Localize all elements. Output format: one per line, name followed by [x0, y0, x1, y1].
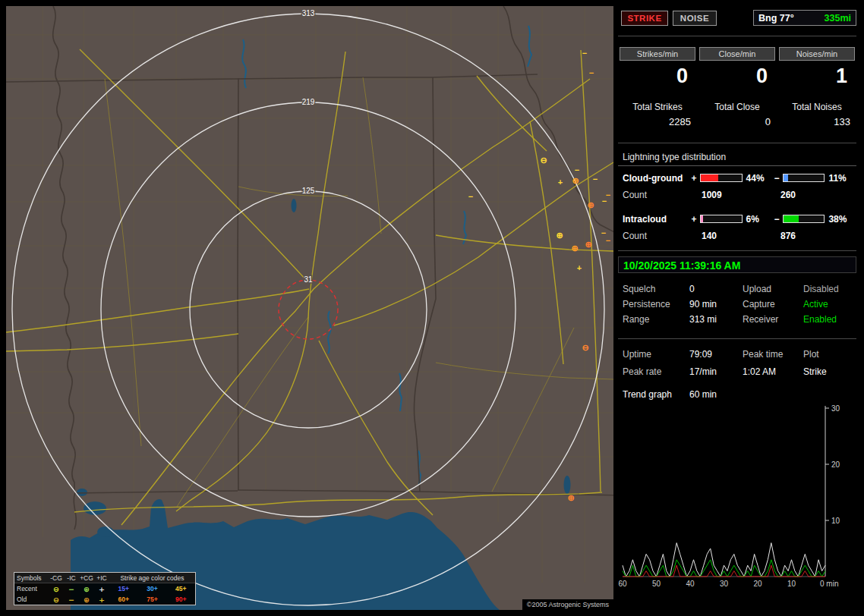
cloud-ground-count-row: Count 1009 260	[623, 190, 796, 200]
peak-time-label: Peak time	[743, 349, 803, 360]
strike-symbol: −	[468, 192, 473, 201]
trend-y-tick-label: 20	[831, 460, 840, 469]
upload-value: Disabled	[803, 284, 855, 294]
trend-window-value: 60 min	[689, 389, 855, 400]
intracloud-count-row: Count 140 876	[623, 231, 796, 241]
divider	[618, 250, 856, 251]
range-value: 313 mi	[689, 314, 743, 325]
strike-symbol: ⊖	[582, 343, 588, 352]
cg-neg-bar	[783, 174, 825, 182]
strike-symbol: ⊕	[567, 493, 574, 502]
legend-row: Old⊖−⊕+60+75+90+	[14, 594, 195, 605]
trend-y-tick-label: 10	[831, 517, 840, 525]
trend-x-tick-label: 20	[753, 580, 762, 588]
capture-label: Capture	[743, 299, 803, 310]
trend-x-tick-label: 10	[787, 580, 796, 588]
receiver-value: Enabled	[803, 314, 855, 325]
cg-neg-pct: 11%	[826, 173, 855, 184]
ring-label-313: 313	[302, 9, 315, 17]
persistence-label: Persistence	[623, 299, 689, 310]
legend-age-group-label: Recent	[14, 585, 49, 592]
close-per-min-label: Close/min	[699, 47, 775, 61]
strike-button[interactable]: STRIKE	[621, 11, 668, 26]
strike-symbol: +	[577, 263, 582, 272]
squelch-label: Squelch	[623, 284, 689, 294]
trend-x-tick-label: 50	[652, 580, 661, 588]
divider	[618, 143, 856, 143]
plot-value: Strike	[803, 366, 855, 377]
legend-col-pos-cg: +CG	[79, 574, 94, 582]
strike-symbol: +	[558, 178, 563, 187]
trend-graph-header: Trend graph 60 min	[623, 389, 855, 400]
ring-label-125: 125	[302, 187, 315, 195]
ic-neg-count: 876	[780, 231, 796, 241]
legend-strike-symbol: ⊕	[79, 596, 94, 604]
noises-column: Noises/min 1 Total Noises 133	[779, 47, 855, 127]
legend-age-code: 60+	[118, 596, 129, 603]
plus-sign: +	[689, 173, 698, 184]
strike-symbol: ⊕	[556, 231, 563, 240]
strike-symbol: −	[582, 49, 587, 58]
strike-symbol: −	[593, 174, 598, 184]
minus-sign: −	[772, 214, 781, 225]
map-legend: Symbols -CG -IC +CG +IC Strike age color…	[14, 572, 196, 605]
strike-symbol: ⊕	[571, 244, 578, 253]
stats-row: Uptime 79:09 Peak time Plot	[623, 349, 855, 360]
status-row: Range 313 mi Receiver Enabled	[623, 314, 855, 325]
strikes-column: Strikes/min 0 Total Strikes 2285	[620, 47, 695, 127]
legend-strike-symbol: −	[64, 596, 79, 604]
intracloud-label: Intracloud	[623, 214, 689, 225]
trend-x-tick-label: 60	[618, 580, 627, 588]
noise-button[interactable]: NOISE	[673, 11, 717, 26]
trend-x-tick-label: 40	[686, 580, 695, 588]
total-noises-label: Total Noises	[779, 102, 855, 112]
receiver-label: Receiver	[743, 314, 803, 325]
minus-sign: −	[772, 173, 781, 184]
divider	[618, 36, 856, 36]
cloud-ground-label: Cloud-ground	[623, 173, 689, 184]
legend-col-pos-ic: +IC	[94, 574, 109, 582]
ic-neg-bar	[783, 215, 825, 223]
legend-strike-symbol: +	[94, 596, 109, 604]
section-underline	[618, 165, 856, 166]
plot-label: Plot	[803, 349, 855, 360]
strike-symbol: ⊕	[585, 240, 591, 249]
trend-graph: 3020106050403020100 min	[616, 401, 858, 595]
legend-age-code: 15+	[118, 585, 129, 592]
legend-symbols-title: Symbols	[14, 574, 49, 582]
rate-counters: Strikes/min 0 Total Strikes 2285 Close/m…	[616, 47, 858, 127]
ic-neg-bar-fill	[784, 215, 799, 222]
legend-age-group-label: Old	[14, 596, 49, 603]
uptime-label: Uptime	[623, 349, 689, 360]
close-column: Close/min 0 Total Close 0	[699, 47, 775, 127]
strike-symbol: ⊕	[587, 200, 594, 209]
noises-per-min-label: Noises/min	[779, 47, 855, 61]
trend-graph-label: Trend graph	[623, 389, 689, 400]
strike-symbol: −	[589, 68, 594, 77]
ic-neg-pct: 38%	[826, 214, 855, 225]
bearing-display: Bng 77° 335mi	[753, 10, 856, 26]
legend-col-neg-cg: -CG	[49, 574, 64, 582]
map-land	[6, 6, 613, 610]
legend-age-code: 75+	[147, 596, 157, 603]
legend-strike-symbol: −	[64, 585, 79, 593]
divider	[618, 338, 856, 339]
peak-rate-label: Peak rate	[623, 366, 689, 377]
legend-age-code: 90+	[175, 596, 186, 603]
strike-symbol: −	[575, 165, 579, 174]
status-row: Squelch 0 Upload Disabled	[623, 284, 855, 294]
total-strikes-label: Total Strikes	[620, 102, 695, 112]
trend-series-noises	[623, 560, 825, 577]
noises-per-min-value: 1	[779, 64, 855, 88]
legend-age-codes: 60+75+90+	[109, 596, 195, 603]
plus-sign: +	[689, 214, 698, 225]
strikes-per-min-label: Strikes/min	[620, 47, 695, 61]
side-panel: STRIKE NOISE Bng 77° 335mi Strikes/min 0…	[616, 6, 858, 610]
cg-neg-count: 260	[780, 190, 796, 200]
persistence-value: 90 min	[689, 299, 743, 310]
bearing-value: Bng 77°	[758, 13, 794, 24]
clock-display: 10/20/2025 11:39:16 AM	[618, 256, 856, 273]
capture-value: Active	[803, 299, 855, 310]
strike-symbol: −	[606, 190, 610, 200]
legend-age-code: 45+	[175, 585, 186, 592]
